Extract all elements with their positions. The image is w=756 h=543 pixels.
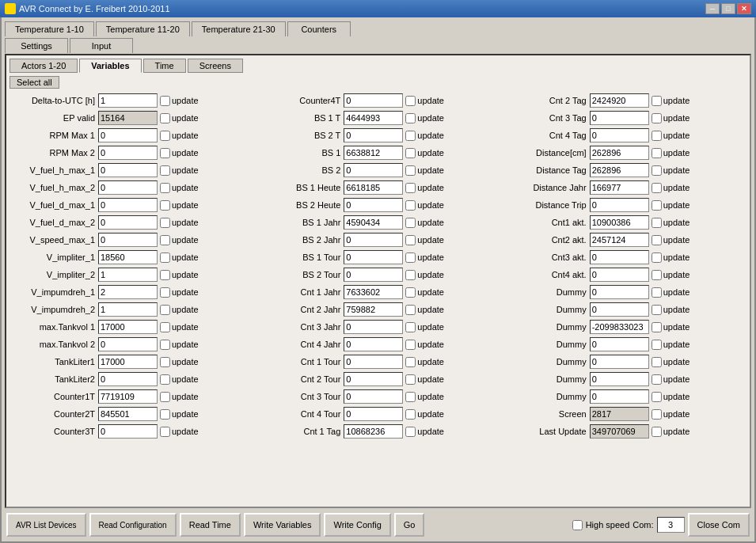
var-update-checkbox[interactable] xyxy=(652,165,662,176)
var-update-checkbox[interactable] xyxy=(405,392,416,402)
var-value-input[interactable] xyxy=(590,198,649,212)
var-value-input[interactable] xyxy=(98,424,158,439)
var-update-checkbox[interactable] xyxy=(160,270,170,280)
var-value-input[interactable] xyxy=(344,302,403,317)
var-value-input[interactable] xyxy=(344,389,403,404)
com-input[interactable] xyxy=(657,517,685,533)
var-value-input[interactable] xyxy=(590,111,649,125)
var-update-checkbox[interactable] xyxy=(405,409,416,420)
var-value-input[interactable] xyxy=(98,163,158,177)
write-config-button[interactable]: Write Config xyxy=(324,513,390,537)
var-value-input[interactable] xyxy=(590,372,649,386)
var-update-checkbox[interactable] xyxy=(405,183,416,193)
var-value-input[interactable] xyxy=(590,389,649,404)
var-update-checkbox[interactable] xyxy=(160,235,170,245)
var-value-input[interactable] xyxy=(98,407,158,421)
write-variables-button[interactable]: Write Variables xyxy=(244,513,321,537)
var-update-checkbox[interactable] xyxy=(405,253,416,263)
tab-temperature-1-10[interactable]: Temperature 1-10 xyxy=(5,21,94,36)
var-update-checkbox[interactable] xyxy=(160,322,170,332)
var-update-checkbox[interactable] xyxy=(405,131,416,141)
var-update-checkbox[interactable] xyxy=(652,131,662,141)
var-value-input[interactable] xyxy=(590,285,649,299)
var-value-input[interactable] xyxy=(344,285,403,299)
var-value-input[interactable] xyxy=(98,268,158,282)
var-update-checkbox[interactable] xyxy=(160,340,170,350)
var-update-checkbox[interactable] xyxy=(160,165,170,176)
var-update-checkbox[interactable] xyxy=(652,113,662,123)
var-value-input[interactable] xyxy=(98,355,158,369)
var-value-input[interactable] xyxy=(590,128,649,142)
var-value-input[interactable] xyxy=(590,424,649,439)
var-update-checkbox[interactable] xyxy=(405,270,416,280)
tab-settings[interactable]: Settings xyxy=(5,38,68,53)
var-value-input[interactable] xyxy=(590,355,649,369)
var-value-input[interactable] xyxy=(344,337,403,351)
var-value-input[interactable] xyxy=(590,268,649,282)
var-update-checkbox[interactable] xyxy=(652,148,662,158)
var-update-checkbox[interactable] xyxy=(405,113,416,123)
var-update-checkbox[interactable] xyxy=(405,148,416,158)
var-value-input[interactable] xyxy=(344,355,403,369)
var-value-input[interactable] xyxy=(98,337,158,351)
var-update-checkbox[interactable] xyxy=(652,340,662,350)
var-value-input[interactable] xyxy=(344,424,403,439)
var-value-input[interactable] xyxy=(344,250,403,264)
var-update-checkbox[interactable] xyxy=(160,305,170,315)
var-value-input[interactable] xyxy=(98,198,158,212)
var-update-checkbox[interactable] xyxy=(160,287,170,298)
var-update-checkbox[interactable] xyxy=(652,270,662,280)
var-update-checkbox[interactable] xyxy=(652,392,662,402)
read-configuration-button[interactable]: Read Configuration xyxy=(89,513,177,537)
var-update-checkbox[interactable] xyxy=(652,287,662,298)
minimize-button[interactable]: ─ xyxy=(705,3,720,14)
var-value-input[interactable] xyxy=(98,215,158,230)
var-update-checkbox[interactable] xyxy=(160,183,170,193)
var-update-checkbox[interactable] xyxy=(405,427,416,437)
var-value-input[interactable] xyxy=(98,146,158,160)
var-update-checkbox[interactable] xyxy=(652,305,662,315)
read-time-button[interactable]: Read Time xyxy=(180,513,241,537)
var-value-input[interactable] xyxy=(590,215,649,230)
var-value-input[interactable] xyxy=(344,93,403,108)
var-value-input[interactable] xyxy=(590,146,649,160)
var-update-checkbox[interactable] xyxy=(652,96,662,106)
maximize-button[interactable]: □ xyxy=(721,3,735,14)
var-value-input[interactable] xyxy=(344,198,403,212)
tab-counters[interactable]: Counters xyxy=(287,21,351,36)
var-value-input[interactable] xyxy=(590,337,649,351)
var-update-checkbox[interactable] xyxy=(405,374,416,385)
var-value-input[interactable] xyxy=(590,180,649,195)
var-value-input[interactable] xyxy=(590,320,649,334)
var-update-checkbox[interactable] xyxy=(405,340,416,350)
close-button[interactable]: ✕ xyxy=(737,3,751,14)
var-value-input[interactable] xyxy=(98,93,158,108)
var-value-input[interactable] xyxy=(344,268,403,282)
avr-list-devices-button[interactable]: AVR List Devices xyxy=(6,513,86,537)
var-value-input[interactable] xyxy=(344,180,403,195)
var-update-checkbox[interactable] xyxy=(160,218,170,228)
var-update-checkbox[interactable] xyxy=(160,357,170,367)
var-value-input[interactable] xyxy=(98,302,158,317)
sub-tab-actors[interactable]: Actors 1-20 xyxy=(9,59,78,73)
var-value-input[interactable] xyxy=(344,146,403,160)
var-value-input[interactable] xyxy=(98,372,158,386)
tab-temperature-21-30[interactable]: Temperature 21-30 xyxy=(192,21,286,36)
var-value-input[interactable] xyxy=(98,180,158,195)
tab-temperature-11-20[interactable]: Temperature 11-20 xyxy=(96,21,190,36)
select-all-button[interactable]: Select all xyxy=(9,76,59,89)
var-value-input[interactable] xyxy=(98,111,158,125)
tab-input[interactable]: Input xyxy=(70,38,133,53)
close-com-button[interactable]: Close Com xyxy=(688,513,750,537)
var-update-checkbox[interactable] xyxy=(652,409,662,420)
var-update-checkbox[interactable] xyxy=(405,235,416,245)
var-update-checkbox[interactable] xyxy=(405,287,416,298)
var-update-checkbox[interactable] xyxy=(652,183,662,193)
var-update-checkbox[interactable] xyxy=(652,374,662,385)
var-update-checkbox[interactable] xyxy=(652,357,662,367)
var-value-input[interactable] xyxy=(590,93,649,108)
var-value-input[interactable] xyxy=(344,372,403,386)
var-value-input[interactable] xyxy=(344,407,403,421)
var-update-checkbox[interactable] xyxy=(405,165,416,176)
var-value-input[interactable] xyxy=(590,302,649,317)
